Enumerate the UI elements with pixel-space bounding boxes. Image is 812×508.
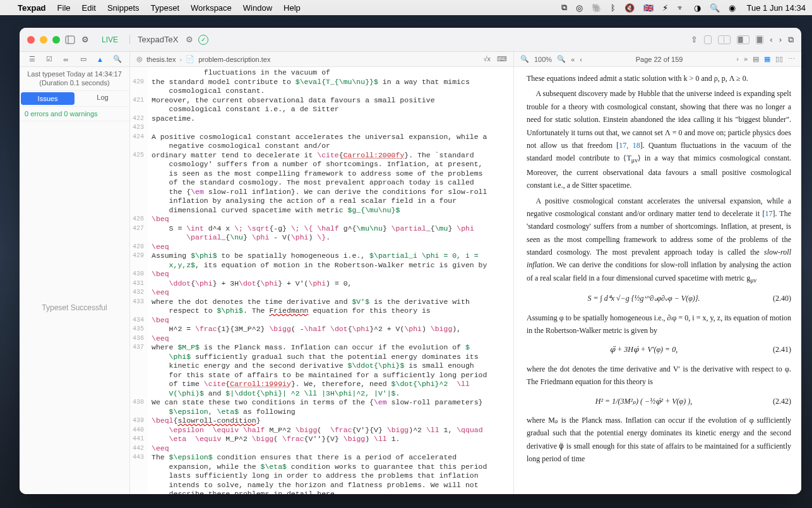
- dropbox-icon[interactable]: ⧉: [561, 3, 567, 13]
- warnings-icon[interactable]: ▲: [96, 55, 105, 64]
- preview-sync-icon[interactable]: ▦: [764, 55, 770, 63]
- keyboard-icon[interactable]: ⌨: [497, 55, 507, 63]
- live-typeset-indicator[interactable]: LIVE: [102, 35, 118, 44]
- preview-para: where the dot denotes the time derivativ…: [527, 363, 791, 389]
- equation-number: (2.40): [761, 292, 791, 305]
- breadcrumb-root[interactable]: thesis.tex: [146, 56, 176, 63]
- macos-menubar: Texpad File Edit Snippets Typeset Worksp…: [0, 0, 812, 15]
- menu-file[interactable]: File: [57, 3, 71, 13]
- link-icon[interactable]: ∞: [62, 55, 71, 64]
- target-icon[interactable]: ◎: [136, 55, 143, 63]
- equation-number: (2.41): [761, 343, 791, 356]
- zoom-out-icon[interactable]: 🔍: [520, 55, 529, 63]
- close-window-button[interactable]: [27, 36, 35, 44]
- file-icon: 📄: [186, 55, 194, 63]
- wifi-icon[interactable]: ᯤ: [677, 3, 685, 13]
- layout-triple-button[interactable]: [737, 35, 749, 44]
- check-circle-icon[interactable]: ✓: [198, 35, 208, 45]
- menu-snippets[interactable]: Snippets: [107, 3, 140, 13]
- menu-edit[interactable]: Edit: [82, 3, 96, 13]
- folder-icon[interactable]: ▭: [79, 55, 88, 64]
- prev-page-icon[interactable]: ‹: [580, 56, 582, 63]
- control-center-icon[interactable]: ◑: [694, 3, 701, 13]
- menu-typeset[interactable]: Typeset: [151, 3, 180, 13]
- next-page-icon[interactable]: ›: [736, 55, 739, 63]
- tab-log[interactable]: Log: [76, 91, 129, 106]
- zoom-window-button[interactable]: [52, 36, 60, 44]
- minimize-window-button[interactable]: [40, 36, 47, 44]
- sidebar-mode-selector: ☰ ☑ ∞ ▭ ▲ 🔍: [20, 52, 130, 66]
- input-flag-icon[interactable]: 🇬🇧: [643, 3, 654, 13]
- preview-toolbar: 🔍 100% 🔍 « ‹ Page 22 of 159 › » ▤ ▦ ▯▯ ⋯: [514, 52, 801, 66]
- error-warning-count: 0 errors and 0 warnings: [20, 107, 129, 121]
- nav-back-icon[interactable]: ‹: [770, 35, 772, 44]
- svg-rect-0: [66, 36, 75, 44]
- issues-sidebar: Last typeset Today at 14:34:17 (Duration…: [20, 67, 130, 494]
- spotlight-icon[interactable]: 🔍: [710, 3, 720, 13]
- menubar-clock[interactable]: Tue 1 Jun 14:34: [747, 3, 806, 13]
- page-indicator: Page 22 of 159: [587, 56, 731, 63]
- search-icon[interactable]: 🔍: [113, 55, 122, 64]
- preview-list-icon[interactable]: ▤: [753, 55, 759, 63]
- menu-workspace[interactable]: Workspace: [191, 3, 232, 13]
- status-menu-icon[interactable]: ◎: [576, 3, 583, 13]
- nav-forward-icon[interactable]: ›: [779, 35, 782, 44]
- editor-breadcrumb-bar: ◎ thesis.tex › 📄 problem-description.tex…: [130, 52, 514, 66]
- equation: S = ∫ d⁴x √−g {½gᵘᵛ∂ᵤφ∂ᵥφ − V(φ)}. (2.40…: [527, 292, 791, 305]
- tab-issues[interactable]: Issues: [21, 92, 75, 105]
- collapse-left-icon[interactable]: «: [571, 56, 575, 63]
- zoom-in-icon[interactable]: 🔍: [557, 55, 566, 63]
- mute-icon[interactable]: 🔇: [624, 3, 635, 13]
- evernote-icon[interactable]: 🐘: [592, 3, 602, 13]
- citation-ref[interactable]: 17, 18: [619, 141, 640, 150]
- preview-pause-icon[interactable]: ▯▯: [775, 55, 783, 63]
- equation-number: (2.42): [761, 395, 791, 408]
- zoom-level[interactable]: 100%: [534, 56, 552, 63]
- app-window: ⚙︎ LIVE TexpadTeX ⚙ ✓ ⇧ ‹ › ⧉ ☰ ☑ ∞ ▭ ▲ …: [20, 28, 801, 494]
- last-typeset-time: Last typeset Today at 14:34:17: [25, 70, 124, 78]
- math-insert-icon[interactable]: √x: [483, 55, 491, 63]
- typeset-success-label: Typeset Successful: [20, 121, 129, 494]
- secondary-toolbar: ☰ ☑ ∞ ▭ ▲ 🔍 ◎ thesis.tex › 📄 problem-des…: [20, 52, 801, 67]
- code-area[interactable]: fluctuations in the vacuum ofthe standar…: [148, 67, 513, 494]
- breadcrumb-file[interactable]: problem-description.tex: [198, 56, 270, 63]
- typeset-duration: (Duration 0.1 seconds): [25, 78, 124, 87]
- preview-para: where Mₚ is the Planck mass. Inflation c…: [527, 414, 791, 466]
- sliders-icon[interactable]: ⚙: [186, 35, 193, 44]
- source-editor[interactable]: 4204214224234244254264274284294304314324…: [130, 67, 514, 494]
- line-number-gutter: 4204214224234244254264274284294304314324…: [130, 67, 148, 494]
- menu-help[interactable]: Help: [284, 3, 301, 13]
- preview-para: These equations indeed admit a static so…: [527, 72, 791, 85]
- window-controls: [27, 36, 60, 44]
- collapse-right-icon[interactable]: »: [744, 55, 748, 63]
- equation: φ̈ + 3Hφ̇ + V′(φ) = 0, (2.41): [527, 343, 791, 356]
- preview-para: A subsequent discovery made by Hubble th…: [527, 87, 791, 191]
- siri-icon[interactable]: ◉: [729, 3, 736, 13]
- layout-full-button[interactable]: [756, 35, 763, 44]
- checkbox-icon[interactable]: ☑: [45, 55, 54, 64]
- outline-icon[interactable]: ☰: [28, 55, 37, 64]
- preview-more-icon[interactable]: ⋯: [788, 55, 795, 63]
- layout-split-button[interactable]: [718, 35, 731, 44]
- pdf-preview[interactable]: These equations indeed admit a static so…: [514, 67, 801, 494]
- typeset-engine-label[interactable]: TexpadTeX: [129, 35, 178, 44]
- menu-window[interactable]: Window: [243, 3, 272, 13]
- sidebar-toggle-icon[interactable]: [65, 35, 75, 45]
- external-window-icon[interactable]: ⧉: [788, 35, 794, 45]
- settings-gear-icon[interactable]: ⚙︎: [80, 35, 90, 45]
- preview-para: A positive cosmological constant acceler…: [527, 195, 791, 286]
- breadcrumb-sep: ›: [179, 56, 182, 63]
- preview-para: Assuming φ to be spatially homogeneous i…: [527, 311, 791, 337]
- main-body: Last typeset Today at 14:34:17 (Duration…: [20, 67, 801, 494]
- share-icon[interactable]: ⇧: [691, 35, 698, 44]
- citation-ref[interactable]: 17: [765, 209, 772, 218]
- battery-icon[interactable]: ⚡︎: [662, 3, 668, 13]
- bluetooth-icon[interactable]: ᛒ: [611, 3, 616, 13]
- app-name[interactable]: Texpad: [18, 3, 46, 13]
- equation: H² = 1/(3M²ₚ) ( −½φ̇² + V(φ) ), (2.42): [527, 395, 791, 408]
- layout-single-button[interactable]: [704, 35, 712, 44]
- titlebar: ⚙︎ LIVE TexpadTeX ⚙ ✓ ⇧ ‹ › ⧉: [20, 28, 801, 52]
